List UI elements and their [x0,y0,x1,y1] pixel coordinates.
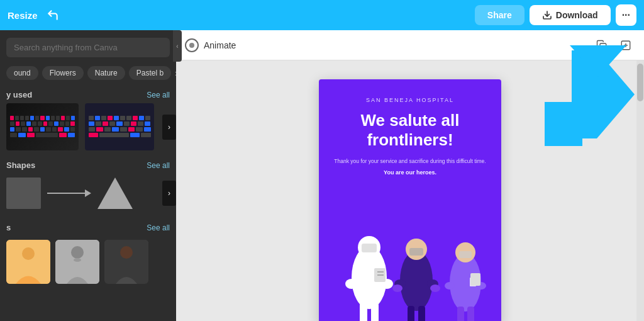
add-page-icon-button[interactable] [616,37,635,54]
download-label: Download [556,10,598,20]
poster-title: We salute all frontliners! [334,111,486,150]
photos-row [0,236,176,288]
svg-rect-16 [362,244,377,252]
photo-thumb-3[interactable] [104,240,148,284]
svg-point-30 [430,284,440,292]
svg-rect-41 [467,307,474,321]
shapes-row: › [0,174,176,213]
svg-rect-32 [418,306,425,321]
animate-icon [185,38,199,52]
shapes-header: Shapes See all [0,155,176,174]
recently-used-row: › [0,103,176,150]
undo-button[interactable] [47,9,59,21]
resize-label: Resize [8,10,38,21]
search-bar [0,30,176,62]
photos-see-all[interactable]: See all [147,223,170,232]
recently-used-title: y used [6,90,32,99]
photos-header: s See all [0,218,176,236]
svg-point-37 [445,282,455,290]
sidebar: ound Flowers Nature Pastel b › y used Se… [0,30,176,321]
svg-point-4 [22,247,35,260]
photo-thumb-1[interactable] [6,240,50,284]
shapes-see-all[interactable]: See all [147,161,170,170]
photos-title: s [6,223,11,232]
scroll-thumb [637,64,643,101]
svg-rect-35 [459,251,472,258]
duplicate-icon-button[interactable] [592,37,611,54]
shape-triangle[interactable] [97,177,133,209]
shape-arrow[interactable] [47,189,91,197]
poster-card[interactable]: SAN BENEJA HOSPITAL We salute all frontl… [319,79,501,321]
svg-rect-10 [600,43,606,50]
svg-rect-39 [470,273,480,286]
filter-tag-sound[interactable]: ound [6,66,38,80]
filter-tags: ound Flowers Nature Pastel b › [0,62,176,85]
canvas-toolbar: Animate [176,30,644,60]
top-bar-right: Share Download ··· [475,4,636,26]
recently-used-see-all[interactable]: See all [147,91,170,99]
main-area: Animate SAN BENEJA HOSPITAL We salute al… [176,30,644,321]
keyboard-thumb-2[interactable] [85,103,154,150]
svg-rect-26 [409,248,423,256]
canvas-content: SAN BENEJA HOSPITAL We salute all frontl… [176,60,644,321]
download-button[interactable]: Download [530,5,611,25]
poster-bold-text: You are our heroes. [334,169,486,176]
svg-rect-20 [371,303,379,321]
svg-rect-31 [408,306,414,321]
poster-subtitle: Thank you for your service and sacrifice… [334,157,486,166]
keyboard-thumb-1[interactable] [6,103,79,150]
resize-button[interactable]: Resize [8,10,38,21]
recently-used-next-button[interactable]: › [162,115,176,140]
more-label: ··· [622,9,630,21]
animate-label: Animate [204,40,236,50]
more-button[interactable]: ··· [616,4,636,26]
svg-rect-40 [457,307,464,321]
filter-tag-flowers[interactable]: Flowers [42,66,84,80]
canvas-scrollbar[interactable] [636,60,644,321]
hospital-name: SAN BENEJA HOSPITAL [334,97,486,103]
share-button[interactable]: Share [475,5,525,25]
photos-section: s See all [0,213,176,288]
collapse-sidebar-button[interactable]: ‹ [173,30,182,62]
search-input[interactable] [6,38,170,57]
poster-content: SAN BENEJA HOSPITAL We salute all frontl… [319,79,501,176]
shape-square[interactable] [6,177,41,209]
shapes-section: Shapes See all › [0,150,176,213]
svg-rect-19 [360,303,367,321]
top-bar-left: Resize [8,9,59,21]
recently-used-header: y used See all [0,85,176,103]
share-label: Share [487,10,512,20]
svg-point-29 [392,284,402,292]
svg-point-6 [71,246,84,259]
svg-point-17 [345,279,358,289]
frontliner-figures [319,208,501,321]
shapes-next-button[interactable]: › [162,181,176,206]
shapes-title: Shapes [6,160,35,170]
photo-thumb-2[interactable] [55,240,99,284]
filter-tag-nature[interactable]: Nature [87,66,125,80]
filter-tag-pastel[interactable]: Pastel b [129,66,171,80]
svg-point-9 [120,246,133,259]
svg-point-7 [74,258,81,262]
top-bar: Resize Share Download ··· [0,0,644,30]
